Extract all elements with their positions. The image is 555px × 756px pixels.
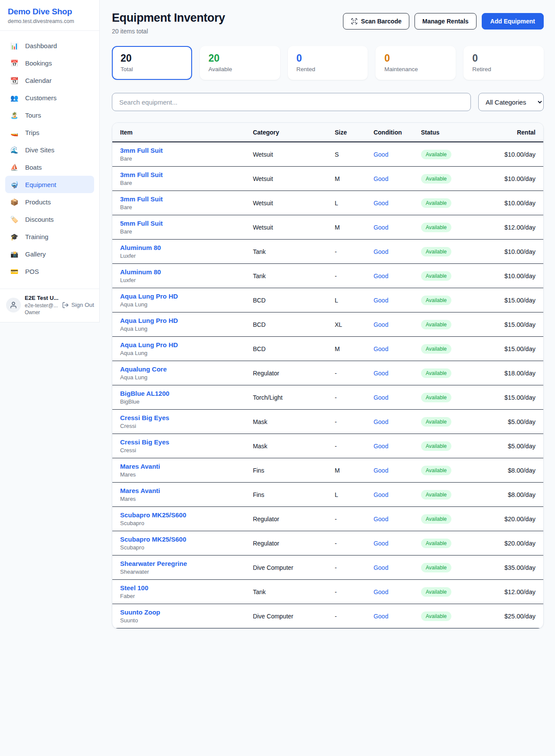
stat-card-maintenance[interactable]: 0 Maintenance: [375, 46, 456, 80]
cell-size: XL: [328, 312, 366, 337]
sidebar-item-discounts[interactable]: 🏷️ Discounts: [5, 210, 94, 228]
main-content: Equipment Inventory 20 items total Scan …: [100, 0, 555, 655]
boats-sailboat-icon: ⛵: [10, 164, 19, 171]
equipment-table: Item Category Size Condition Status Rent…: [112, 123, 543, 628]
cell-status: Available: [414, 312, 474, 337]
filter-bar: All Categories: [112, 93, 544, 111]
item-link[interactable]: Aluminum 80: [120, 244, 161, 251]
sidebar-item-dashboard[interactable]: 📊 Dashboard: [5, 37, 94, 54]
manage-rentals-button[interactable]: Manage Rentals: [415, 13, 477, 30]
item-link[interactable]: Cressi Big Eyes: [120, 414, 169, 421]
stat-value: 0: [472, 53, 535, 64]
condition-link[interactable]: Good: [373, 540, 388, 547]
cell-size: -: [328, 264, 366, 288]
item-brand: Faber: [120, 593, 239, 599]
condition-link[interactable]: Good: [373, 273, 388, 279]
sidebar-item-calendar[interactable]: 📆 Calendar: [5, 72, 94, 89]
condition-link[interactable]: Good: [373, 467, 388, 474]
item-link[interactable]: 3mm Full Suit: [120, 147, 163, 154]
item-link[interactable]: BigBlue AL1200: [120, 390, 170, 397]
item-link[interactable]: Aqua Lung Pro HD: [120, 293, 178, 300]
cell-rental: $20.00/day: [474, 531, 543, 555]
table-row: Shearwater Peregrine Shearwater Dive Com…: [112, 555, 543, 580]
item-link[interactable]: 5mm Full Suit: [120, 220, 163, 227]
cell-status: Available: [414, 142, 474, 167]
condition-link[interactable]: Good: [373, 248, 388, 255]
condition-link[interactable]: Good: [373, 588, 388, 595]
condition-link[interactable]: Good: [373, 151, 388, 158]
condition-link[interactable]: Good: [373, 370, 388, 377]
item-link[interactable]: Aqua Lung Pro HD: [120, 317, 178, 324]
sidebar-item-tours[interactable]: 🏝️ Tours: [5, 106, 94, 124]
cell-rental: $10.00/day: [474, 191, 543, 215]
item-link[interactable]: Shearwater Peregrine: [120, 560, 187, 567]
condition-link[interactable]: Good: [373, 564, 388, 571]
item-link[interactable]: Mares Avanti: [120, 487, 160, 494]
condition-link[interactable]: Good: [373, 491, 388, 498]
item-link[interactable]: Suunto Zoop: [120, 608, 160, 616]
condition-link[interactable]: Good: [373, 200, 388, 207]
item-link[interactable]: Aqualung Core: [120, 365, 167, 373]
condition-link[interactable]: Good: [373, 418, 388, 425]
condition-link[interactable]: Good: [373, 516, 388, 523]
sidebar-item-dive-sites[interactable]: 🌊 Dive Sites: [5, 141, 94, 158]
condition-link[interactable]: Good: [373, 297, 388, 304]
sidebar-item-training[interactable]: 🎓 Training: [5, 228, 94, 245]
sidebar-item-pos[interactable]: 💳 POS: [5, 263, 94, 280]
status-badge: Available: [421, 611, 451, 621]
condition-link[interactable]: Good: [373, 175, 388, 182]
condition-link[interactable]: Good: [373, 394, 388, 401]
search-input[interactable]: [112, 93, 471, 111]
stat-card-available[interactable]: 20 Available: [200, 46, 280, 80]
cell-category: Tank: [246, 240, 328, 264]
sidebar-item-label: Customers: [25, 94, 57, 102]
cell-category: Wetsuit: [246, 191, 328, 215]
table-row: 3mm Full Suit Bare Wetsuit M Good Availa…: [112, 167, 543, 191]
item-link[interactable]: Cressi Big Eyes: [120, 438, 169, 446]
sidebar-item-products[interactable]: 📦 Products: [5, 193, 94, 210]
brand-name: Demo Dive Shop: [8, 7, 92, 16]
cell-size: -: [328, 507, 366, 531]
stat-card-total[interactable]: 20 Total: [112, 46, 192, 80]
stat-card-rented[interactable]: 0 Rented: [288, 46, 368, 80]
category-select[interactable]: All Categories: [478, 93, 544, 111]
cell-category: BCD: [246, 337, 328, 361]
item-link[interactable]: 3mm Full Suit: [120, 195, 163, 203]
sign-out-button[interactable]: Sign Out: [62, 302, 94, 309]
item-link[interactable]: Scubapro MK25/S600: [120, 511, 186, 519]
item-link[interactable]: Steel 100: [120, 584, 148, 592]
sidebar-item-label: Dive Sites: [25, 146, 55, 154]
condition-link[interactable]: Good: [373, 613, 388, 620]
scan-barcode-button[interactable]: Scan Barcode: [343, 13, 409, 30]
sidebar-item-equipment[interactable]: 🤿 Equipment: [5, 176, 94, 193]
table-header: Item Category Size Condition Status Rent…: [112, 123, 543, 142]
status-badge: Available: [421, 514, 451, 524]
condition-link[interactable]: Good: [373, 321, 388, 328]
cell-category: Tank: [246, 264, 328, 288]
bookings-calendar-icon: 📅: [10, 60, 19, 66]
item-brand: Aqua Lung: [120, 301, 239, 308]
sidebar-item-gallery[interactable]: 📸 Gallery: [5, 245, 94, 263]
cell-condition: Good: [366, 531, 414, 555]
cell-size: M: [328, 167, 366, 191]
table-row: Steel 100 Faber Tank - Good Available $1…: [112, 580, 543, 604]
item-link[interactable]: Scubapro MK25/S600: [120, 536, 186, 543]
sidebar-item-boats[interactable]: ⛵ Boats: [5, 158, 94, 176]
item-link[interactable]: Mares Avanti: [120, 463, 160, 470]
item-brand: Bare: [120, 155, 239, 162]
condition-link[interactable]: Good: [373, 345, 388, 352]
condition-link[interactable]: Good: [373, 443, 388, 450]
item-link[interactable]: 3mm Full Suit: [120, 171, 163, 178]
item-link[interactable]: Aluminum 80: [120, 268, 161, 276]
sidebar-item-bookings[interactable]: 📅 Bookings: [5, 54, 94, 72]
condition-link[interactable]: Good: [373, 224, 388, 231]
dive-sites-wave-icon: 🌊: [10, 147, 19, 153]
stat-card-retired[interactable]: 0 Retired: [464, 46, 544, 80]
sidebar-item-trips[interactable]: 🚤 Trips: [5, 124, 94, 141]
column-header-status: Status: [414, 123, 474, 142]
sidebar-item-customers[interactable]: 👥 Customers: [5, 89, 94, 106]
add-equipment-button[interactable]: Add Equipment: [482, 13, 544, 30]
cell-condition: Good: [366, 167, 414, 191]
calendar-icon: 📆: [10, 77, 19, 84]
item-link[interactable]: Aqua Lung Pro HD: [120, 341, 178, 348]
